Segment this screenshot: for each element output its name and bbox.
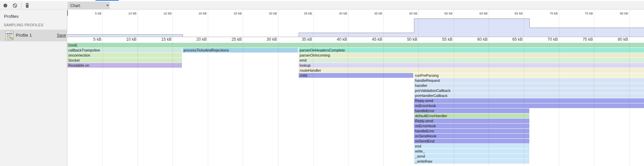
svg-text:%: %	[10, 36, 13, 40]
